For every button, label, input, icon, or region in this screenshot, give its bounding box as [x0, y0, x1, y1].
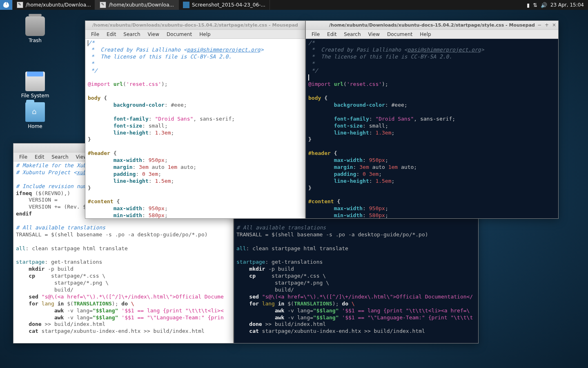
window-css-dark[interactable]: /home/xubuntu/Downloads/xubuntu-docs-15.…	[305, 20, 559, 219]
menu-file[interactable]: File	[88, 31, 102, 38]
menu-edit[interactable]: Edit	[31, 153, 47, 161]
menu-search[interactable]: Search	[341, 31, 364, 38]
top-panel: /home/xubuntu/Downloa... /home/xubuntu/D…	[0, 0, 588, 10]
desktop-home[interactable]: Home	[19, 102, 51, 129]
taskbar-item-mousepad-2[interactable]: /home/xubuntu/Downloa...	[95, 0, 178, 10]
menu-file[interactable]: File	[308, 31, 323, 38]
clock[interactable]: 23 Apr, 15:04	[550, 2, 584, 8]
menu-file[interactable]: File	[16, 153, 31, 161]
menu-help[interactable]: Help	[196, 31, 214, 38]
taskbar-label: /home/xubuntu/Downloa...	[109, 2, 174, 8]
taskbar-item-mousepad-1[interactable]: /home/xubuntu/Downloa...	[12, 0, 95, 10]
menu-help[interactable]: Help	[416, 31, 434, 38]
battery-icon[interactable]: ▮	[527, 2, 530, 8]
volume-icon[interactable]: 🔊	[541, 2, 547, 8]
window-title: /home/xubuntu/Downloads/xubuntu-docs-15.…	[92, 22, 298, 28]
menu-view[interactable]: View	[365, 31, 383, 38]
window-title: /home/xubuntu/Downloads/xubuntu-docs-15.…	[329, 22, 535, 28]
minimize-button[interactable]: −	[537, 23, 542, 28]
taskbar-label: /home/xubuntu/Downloa...	[26, 2, 91, 8]
taskbar-label: Screenshot_2015-04-23_06-...	[192, 2, 265, 8]
menu-search[interactable]: Search	[120, 31, 143, 38]
disk-icon	[25, 72, 45, 91]
icon-label: Home	[19, 123, 51, 129]
trash-icon	[25, 16, 45, 36]
taskbar-item-screenshot[interactable]: Screenshot_2015-04-23_06-...	[178, 0, 270, 10]
icon-label: File System	[19, 93, 51, 99]
maximize-button[interactable]: +	[544, 23, 549, 28]
desktop-trash[interactable]: Trash	[19, 16, 51, 43]
menubar: File Edit Search View Document Help	[85, 30, 305, 39]
editor-area[interactable]: /* * Created by Pasi Lallinaho <pasi@shi…	[85, 39, 305, 218]
icon-label: Trash	[19, 38, 51, 43]
menu-document[interactable]: Document	[384, 31, 416, 38]
titlebar[interactable]: /home/xubuntu/Downloads/xubuntu-docs-15.…	[306, 21, 558, 30]
window-css-light[interactable]: /home/xubuntu/Downloads/xubuntu-docs-15.…	[85, 20, 305, 219]
menu-edit[interactable]: Edit	[103, 31, 119, 38]
editor-icon	[17, 2, 23, 8]
text-cursor	[308, 74, 309, 81]
editor-icon	[100, 2, 106, 8]
image-icon	[183, 2, 189, 8]
xubuntu-logo-icon	[3, 2, 9, 8]
network-icon[interactable]: ⇅	[533, 2, 537, 8]
menu-document[interactable]: Document	[163, 31, 195, 38]
menu-view[interactable]: View	[145, 31, 163, 38]
close-button[interactable]: ×	[552, 23, 557, 28]
menu-edit[interactable]: Edit	[324, 31, 340, 38]
editor-area[interactable]: /* * Created by Pasi Lallinaho <pasi@shi…	[306, 39, 558, 218]
menu-search[interactable]: Search	[48, 153, 71, 161]
desktop-filesystem[interactable]: File System	[19, 59, 51, 99]
whisker-menu-button[interactable]	[0, 0, 12, 10]
folder-icon	[25, 102, 45, 122]
menubar: File Edit Search View Document Help	[306, 30, 558, 39]
titlebar[interactable]: /home/xubuntu/Downloads/xubuntu-docs-15.…	[85, 21, 305, 30]
